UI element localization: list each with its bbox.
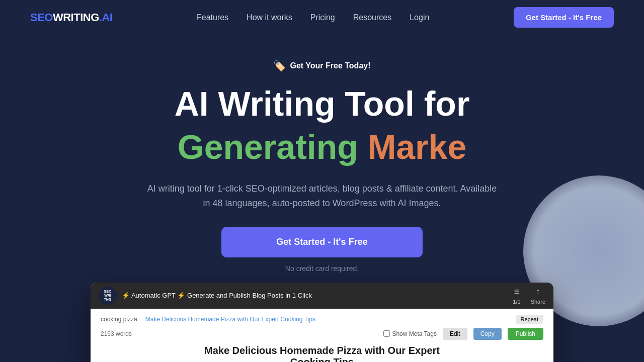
logo[interactable]: SEOWRITING.AI (30, 11, 112, 24)
hero-badge: 🏷️ Get Your Free Today! (273, 60, 370, 72)
hero-word-generating: Generating (178, 128, 358, 166)
pages-icon: ≡ (514, 287, 520, 297)
hero-title-line1: AI Writing Tool for (10, 84, 634, 123)
publish-button[interactable]: Publish (508, 328, 543, 340)
share-icon: ↑ (536, 287, 540, 297)
nav-item-resources[interactable]: Resources (353, 13, 391, 22)
logo-seo: SEO (30, 11, 53, 24)
hero-subtitle: AI writing tool for 1-click SEO-optimize… (146, 182, 498, 211)
pages-label: 1/1 (513, 299, 520, 305)
copy-button[interactable]: Copy (473, 328, 502, 340)
hero-cta-button[interactable]: Get Started - It's Free (221, 227, 423, 257)
nav-item-features[interactable]: Features (197, 13, 228, 22)
video-left: SEOWRITNG ⚡ Automatic GPT ⚡ Generate and… (99, 287, 312, 305)
hero-title-line2: Generating Marke (10, 127, 634, 166)
nav-links: Features How it works Pricing Resources … (197, 13, 429, 22)
video-meta-row: cooking pizza Make Delicious Homemade Pi… (101, 315, 543, 324)
nav-item-pricing[interactable]: Pricing (310, 13, 335, 22)
show-meta-checkbox[interactable]: Show Meta Tags (383, 330, 437, 337)
video-logo: SEOWRITNG (99, 287, 117, 305)
nav-item-login[interactable]: Login (410, 13, 429, 22)
video-controls: ≡ 1/1 ↑ Share (513, 287, 545, 305)
video-preview-wrap: SEOWRITNG ⚡ Automatic GPT ⚡ Generate and… (91, 283, 553, 362)
edit-button[interactable]: Edit (443, 328, 467, 340)
word-count: 2163 words (101, 330, 132, 337)
badge-text: Get Your Free Today! (290, 61, 370, 70)
video-preview: SEOWRITNG ⚡ Automatic GPT ⚡ Generate and… (91, 283, 553, 362)
nav-cta-button[interactable]: Get Started - It's Free (514, 7, 614, 28)
video-content: cooking pizza Make Delicious Homemade Pi… (91, 309, 553, 362)
share-label: Share (531, 299, 545, 305)
repeat-button[interactable]: Repeat (516, 315, 543, 324)
article-title: Make Delicious Homemade Pizza with Our E… (101, 345, 543, 362)
logo-ai: .AI (99, 11, 113, 24)
url-bar-text: cooking pizza (101, 316, 137, 323)
nav-item-how-it-works[interactable]: How it works (247, 13, 292, 22)
video-topbar: SEOWRITNG ⚡ Automatic GPT ⚡ Generate and… (91, 283, 553, 309)
video-ctrl-pages[interactable]: ≡ 1/1 (513, 287, 520, 305)
video-ctrl-share[interactable]: ↑ Share (531, 287, 545, 305)
hero-word-marke: Marke (368, 128, 467, 166)
show-meta-label: Show Meta Tags (392, 330, 437, 337)
badge-icon: 🏷️ (273, 60, 286, 72)
logo-writing: WRITING (53, 11, 99, 24)
navbar: SEOWRITING.AI Features How it works Pric… (0, 0, 644, 35)
article-bar-text: Make Delicious Homemade Pizza with Our E… (145, 316, 508, 323)
hero-section: 🏷️ Get Your Free Today! AI Writing Tool … (0, 35, 644, 362)
video-title-text: ⚡ Automatic GPT ⚡ Generate and Publish B… (122, 292, 312, 299)
